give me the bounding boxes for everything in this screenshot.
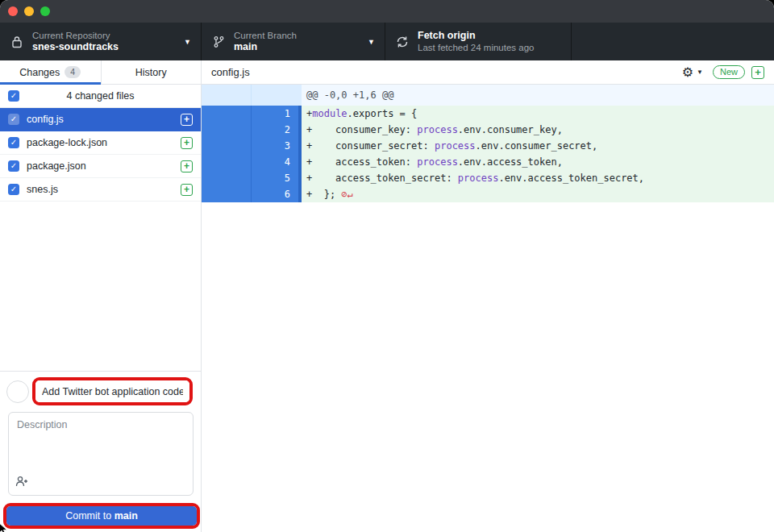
diff-code-text: + consumer_secret: process.env.consumer_… xyxy=(302,138,774,154)
diff-line-2[interactable]: 2+ consumer_key: process.env.consumer_ke… xyxy=(202,122,774,138)
diff-hunk-header-row: @@ -0,0 +1,6 @@ xyxy=(202,85,774,106)
branch-label: Current Branch xyxy=(234,30,363,41)
gutter-old-line-number[interactable] xyxy=(202,186,252,202)
file-checkbox[interactable]: ✓ xyxy=(8,184,19,195)
toolbar-empty-area xyxy=(572,23,774,60)
current-branch-dropdown[interactable]: Current Branch main ▼ xyxy=(202,23,385,60)
current-repository-dropdown[interactable]: Current Repository snes-soundtracks ▼ xyxy=(0,23,202,60)
commit-button-annotation-highlight: Commit to main xyxy=(3,503,200,529)
file-checkbox[interactable]: ✓ xyxy=(8,114,19,125)
close-window-button[interactable] xyxy=(8,6,18,16)
file-checkbox[interactable]: ✓ xyxy=(8,160,19,172)
changes-count-badge: 4 xyxy=(64,66,81,78)
gutter-old-line-number[interactable] xyxy=(202,170,252,186)
github-desktop-window: Current Repository snes-soundtracks ▼ Cu… xyxy=(0,0,774,532)
minimize-window-button[interactable] xyxy=(24,6,34,16)
gutter-new-line-number[interactable]: 3 xyxy=(252,138,302,154)
gutter-new-line-number[interactable]: 4 xyxy=(252,154,302,170)
commit-description-textarea[interactable]: Description xyxy=(8,412,194,496)
diff-line-3[interactable]: 3+ consumer_secret: process.env.consumer… xyxy=(202,138,774,154)
gutter-new-line-number[interactable]: 5 xyxy=(252,170,302,186)
commit-summary-input[interactable] xyxy=(35,380,189,402)
repository-name: snes-soundtracks xyxy=(32,41,179,54)
mouse-cursor xyxy=(0,522,10,532)
add-coauthor-icon[interactable] xyxy=(15,476,28,490)
lock-icon xyxy=(10,35,24,48)
file-name: config.js xyxy=(27,114,173,125)
gutter-new-line-number[interactable]: 6 xyxy=(252,186,302,202)
changed-files-header: ✓ 4 changed files xyxy=(0,85,201,108)
branch-name: main xyxy=(234,41,363,54)
commit-box: Description Commit to main xyxy=(0,371,201,532)
diff-line-4[interactable]: 4+ access_token: process.env.access_toke… xyxy=(202,154,774,170)
traffic-lights xyxy=(8,6,50,16)
diff-code-text: +module.exports = { xyxy=(302,106,774,122)
sync-icon xyxy=(395,35,410,48)
tab-label: History xyxy=(135,67,167,78)
fetch-origin-button[interactable]: Fetch origin Last fetched 24 minutes ago xyxy=(385,23,572,60)
fetch-title: Fetch origin xyxy=(418,30,561,43)
hunk-gutter-new xyxy=(252,85,302,106)
diff-file-name: config.js xyxy=(211,66,682,78)
gutter-old-line-number[interactable] xyxy=(202,122,252,138)
zoom-window-button[interactable] xyxy=(40,6,50,16)
no-newline-eof-icon: ⊘↵ xyxy=(335,189,353,200)
diff-body: @@ -0,0 +1,6 @@1+module.exports = {2+ co… xyxy=(202,85,774,532)
gear-icon: ⚙ xyxy=(682,66,693,79)
hunk-header-text: @@ -0,0 +1,6 @@ xyxy=(302,85,774,106)
diff-code-text: + access_token: process.env.access_token… xyxy=(302,154,774,170)
diff-header: config.js ⚙ ▼ New + xyxy=(202,60,774,85)
git-branch-icon xyxy=(211,35,226,48)
sidebar: Changes4History ✓ 4 changed files ✓confi… xyxy=(0,60,202,532)
diff-code-text: + }; ⊘↵ xyxy=(302,186,774,202)
file-added-status-icon: + xyxy=(181,114,193,126)
diff-pane: config.js ⚙ ▼ New + @@ -0,0 +1,6 @@1+mod… xyxy=(202,60,774,532)
toolbar: Current Repository snes-soundtracks ▼ Cu… xyxy=(0,23,774,60)
gutter-new-line-number[interactable]: 2 xyxy=(252,122,302,138)
avatar xyxy=(6,380,29,403)
commit-summary-row xyxy=(6,377,193,405)
file-row-package.json[interactable]: ✓package.json+ xyxy=(0,155,201,178)
diff-code-text: + access_token_secret: process.env.acces… xyxy=(302,170,774,186)
commit-branch-name: main xyxy=(114,510,138,522)
file-row-snes.js[interactable]: ✓snes.js+ xyxy=(0,178,201,202)
file-status-badge: New xyxy=(713,65,745,79)
diff-options-dropdown[interactable]: ⚙ ▼ xyxy=(682,66,703,79)
file-row-config.js[interactable]: ✓config.js+ xyxy=(0,108,201,131)
tab-changes[interactable]: Changes4 xyxy=(0,60,101,84)
file-added-status-icon: + xyxy=(181,184,193,196)
chevron-down-icon: ▼ xyxy=(368,38,375,46)
changed-files-count: 4 changed files xyxy=(0,90,201,102)
chevron-down-icon: ▼ xyxy=(184,38,191,46)
file-row-package-lock.json[interactable]: ✓package-lock.json+ xyxy=(0,131,201,155)
diff-code-text: + consumer_key: process.env.consumer_key… xyxy=(302,122,774,138)
changed-files-list: ✓config.js+✓package-lock.json+✓package.j… xyxy=(0,108,201,202)
sidebar-tabbar: Changes4History xyxy=(0,60,201,85)
commit-button[interactable]: Commit to main xyxy=(6,506,197,526)
fetch-subtitle: Last fetched 24 minutes ago xyxy=(418,42,561,53)
file-checkbox[interactable]: ✓ xyxy=(8,137,19,148)
diff-line-6[interactable]: 6+ }; ⊘↵ xyxy=(202,186,774,202)
main-area: Changes4History ✓ 4 changed files ✓confi… xyxy=(0,60,774,532)
plus-square-icon: + xyxy=(751,66,764,79)
tab-label: Changes xyxy=(19,67,60,78)
chevron-down-icon: ▼ xyxy=(697,69,703,76)
gutter-old-line-number[interactable] xyxy=(202,138,252,154)
summary-annotation-highlight xyxy=(32,377,193,405)
hunk-gutter-old xyxy=(202,85,252,106)
diff-line-5[interactable]: 5+ access_token_secret: process.env.acce… xyxy=(202,170,774,186)
gutter-old-line-number[interactable] xyxy=(202,154,252,170)
file-added-status-icon: + xyxy=(181,137,193,149)
file-added-status-icon: + xyxy=(181,160,193,172)
diff-line-1[interactable]: 1+module.exports = { xyxy=(202,106,774,122)
file-name: package-lock.json xyxy=(27,137,173,148)
gutter-new-line-number[interactable]: 1 xyxy=(252,106,302,122)
tab-history[interactable]: History xyxy=(101,60,202,84)
file-name: snes.js xyxy=(27,184,173,195)
repository-label: Current Repository xyxy=(32,30,179,41)
gutter-old-line-number[interactable] xyxy=(202,106,252,122)
file-name: package.json xyxy=(27,160,173,172)
titlebar xyxy=(0,0,774,23)
sidebar-spacer xyxy=(0,202,201,371)
description-placeholder: Description xyxy=(17,419,68,430)
